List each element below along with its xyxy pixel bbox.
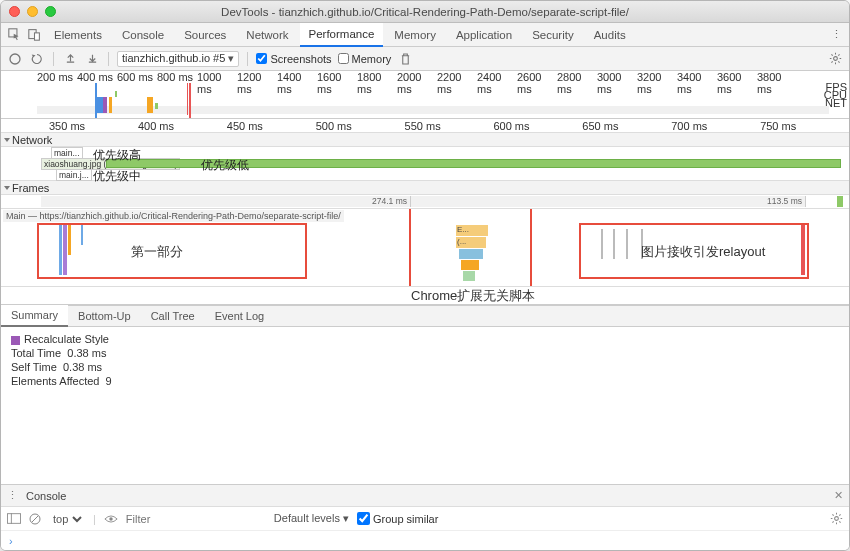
tab-memory[interactable]: Memory [385, 24, 445, 46]
console-settings-icon[interactable] [830, 512, 843, 525]
devtools-panel: Elements Console Sources Network Perform… [1, 23, 849, 550]
window-title: DevTools - tianzhich.github.io/Critical-… [1, 6, 849, 18]
group-similar-checkbox[interactable]: Group similar [357, 512, 438, 525]
drawer-title: Console [26, 490, 66, 502]
svg-rect-2 [34, 33, 39, 40]
annotation-chrome-ext: Chrome扩展无关脚本 [411, 287, 535, 305]
record-button[interactable] [7, 51, 23, 67]
screenshots-checkbox[interactable]: Screenshots [256, 53, 331, 65]
save-profile-button[interactable] [84, 51, 100, 67]
reload-record-button[interactable] [29, 51, 45, 67]
flame-bar[interactable]: (... [456, 237, 486, 248]
summary-panel: Recalculate Style Total Time 0.38 ms Sel… [1, 327, 849, 391]
annotation-relayout: 图片接收引发relayout [641, 243, 765, 261]
main-thread-label: Main — https://tianzhich.github.io/Criti… [3, 210, 344, 222]
tab-bottom-up[interactable]: Bottom-Up [68, 306, 141, 326]
tab-audits[interactable]: Audits [585, 24, 635, 46]
frame-segment[interactable]: 274.1 ms [41, 196, 411, 207]
details-tabs: Summary Bottom-Up Call Tree Event Log [1, 305, 849, 327]
timeline-overview[interactable]: 200 ms400 ms600 ms800 ms1000 ms1200 ms14… [1, 71, 849, 119]
device-toggle-icon[interactable] [25, 26, 43, 44]
levels-select[interactable]: Default levels ▾ [274, 512, 349, 525]
panel-tabs: Elements Console Sources Network Perform… [1, 23, 849, 47]
flame-bar[interactable] [59, 225, 62, 275]
tab-summary[interactable]: Summary [1, 305, 68, 327]
svg-point-3 [10, 54, 20, 64]
console-toolbar: top | Default levels ▾ Group similar [1, 506, 849, 530]
overview-ticks: 200 ms400 ms600 ms800 ms1000 ms1200 ms14… [1, 71, 849, 83]
performance-toolbar: tianzhich.github.io #5 ▾ Screenshots Mem… [1, 47, 849, 71]
load-profile-button[interactable] [62, 51, 78, 67]
flame-bar[interactable] [801, 225, 805, 275]
flame-bar[interactable] [68, 225, 71, 255]
detail-ruler: 350 ms400 ms450 ms500 ms550 ms600 ms650 … [1, 119, 849, 133]
flame-bar[interactable] [81, 225, 83, 245]
tab-performance[interactable]: Performance [300, 23, 384, 47]
tab-security[interactable]: Security [523, 24, 583, 46]
flame-bar[interactable]: E... [456, 225, 488, 236]
annotation-part1: 第一部分 [131, 243, 183, 261]
inspect-icon[interactable] [5, 26, 23, 44]
annotation-priority-low: 优先级低 [201, 157, 249, 174]
sidebar-toggle-icon[interactable] [7, 513, 21, 524]
svg-point-10 [835, 517, 839, 521]
tab-call-tree[interactable]: Call Tree [141, 306, 205, 326]
clear-console-icon[interactable] [29, 513, 41, 525]
svg-point-4 [833, 57, 837, 61]
titlebar: DevTools - tianzhich.github.io/Critical-… [1, 1, 849, 23]
memory-checkbox[interactable]: Memory [338, 53, 392, 65]
tab-console[interactable]: Console [113, 24, 173, 46]
devtools-window: DevTools - tianzhich.github.io/Critical-… [0, 0, 850, 551]
network-section-header[interactable]: Network [1, 133, 849, 147]
annotation-priority-mid: 优先级中 [93, 168, 141, 185]
flame-bar[interactable] [613, 229, 615, 259]
svg-rect-5 [7, 514, 20, 524]
svg-point-9 [109, 517, 113, 521]
settings-icon[interactable] [827, 51, 843, 67]
flame-bar[interactable] [459, 249, 483, 259]
drawer-menu-icon[interactable]: ⋮ [7, 489, 18, 502]
frame-marker [837, 196, 843, 207]
tab-application[interactable]: Application [447, 24, 521, 46]
kebab-menu-icon[interactable]: ⋮ [827, 28, 845, 41]
console-prompt[interactable]: › [1, 530, 849, 550]
flame-bar[interactable] [626, 229, 628, 259]
svg-line-8 [32, 516, 38, 522]
tab-sources[interactable]: Sources [175, 24, 235, 46]
summary-heading: Recalculate Style [24, 333, 109, 345]
network-section[interactable]: main... xiaoshuang.jpg (tianzhich.github… [1, 147, 849, 181]
recording-select[interactable]: tianzhich.github.io #5 ▾ [117, 51, 239, 67]
flame-bar[interactable] [461, 260, 479, 270]
tab-elements[interactable]: Elements [45, 24, 111, 46]
frames-section[interactable]: 274.1 ms 113.5 ms [1, 195, 849, 209]
category-swatch [11, 336, 20, 345]
frame-segment[interactable]: 113.5 ms [411, 196, 806, 207]
context-select[interactable]: top [49, 512, 85, 526]
drawer-close-icon[interactable]: ✕ [834, 489, 843, 502]
main-thread-section[interactable]: Main — https://tianzhich.github.io/Criti… [1, 209, 849, 287]
flame-bar[interactable] [463, 271, 475, 281]
annotation-priority-high: 优先级高 [93, 147, 141, 164]
flame-bar[interactable] [63, 225, 67, 275]
live-expression-icon[interactable] [104, 514, 118, 524]
tab-event-log[interactable]: Event Log [205, 306, 275, 326]
network-resource[interactable]: main.j... [56, 169, 92, 181]
drawer-header: ⋮ Console ✕ [1, 484, 849, 506]
flame-bar[interactable] [601, 229, 603, 259]
clear-button[interactable] [397, 51, 413, 67]
tab-network[interactable]: Network [237, 24, 297, 46]
console-filter-input[interactable] [126, 513, 266, 525]
